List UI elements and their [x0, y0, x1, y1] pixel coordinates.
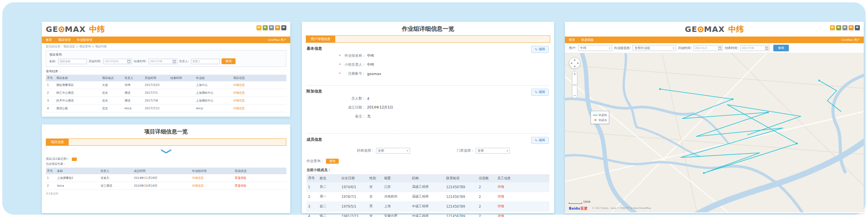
progress-link[interactable]: 查看报告	[234, 174, 286, 182]
instrument-icon	[263, 25, 268, 30]
pan-left-icon[interactable]: ◀	[570, 62, 572, 64]
column-header: 姓名	[318, 174, 340, 182]
projects-panel: GEMAX 中纬 首页项目管理作业组管理 GeoMax 用户 您当前位置：项目信…	[42, 22, 290, 117]
filter-label: 门类选择：	[457, 148, 474, 153]
nav-item[interactable]: 轨迹回放	[581, 38, 594, 42]
field-row: *注册账号：geomax	[338, 69, 549, 78]
edit-basic-button[interactable]: ✎编辑	[531, 46, 549, 53]
table-cell: 钱二	[318, 212, 340, 217]
members-section: 成员信息 ✎编辑 职称选择： 全部▾ 门类选择： 全部▾ 作业查询： 查询 当前…	[307, 134, 549, 217]
column-header: 仪器数	[477, 174, 496, 182]
column-header: 作业组	[195, 75, 232, 81]
pan-down-icon[interactable]: ▼	[574, 65, 576, 68]
table-cell: 测试	[123, 97, 144, 105]
progress-link[interactable]: 查看报告	[234, 182, 286, 190]
field-label: 总人数：	[341, 96, 366, 101]
pencil-icon: ✎	[535, 47, 537, 51]
member-detail-link[interactable]: 详情	[496, 212, 549, 217]
category-select[interactable]: 全部▾	[476, 148, 510, 154]
table-row: 1上海测量组1张某凡2014年11月29日详细信息查看报告	[46, 174, 286, 182]
column-header: 项目地点	[101, 75, 123, 81]
nav-item[interactable]: 首页	[569, 38, 575, 42]
main-nav: 首页轨迹回放 GeoMax 用户	[565, 37, 864, 43]
edit-extra-button[interactable]: ✎编辑	[531, 89, 549, 96]
records-note: 项目(共2条记录)：	[42, 156, 290, 161]
field-value: 中纬	[367, 53, 374, 58]
table-cell: 1978/7/1	[340, 192, 368, 202]
nav-item[interactable]: 项目管理	[58, 38, 71, 42]
pan-up-icon[interactable]: ▲	[574, 58, 576, 61]
detail-link[interactable]: 详细信息	[191, 182, 234, 190]
detail-link[interactable]: 详细信息	[232, 89, 286, 97]
zoom-in-button[interactable]: +	[573, 72, 576, 76]
nav-user[interactable]: GeoMax 用户	[841, 38, 860, 42]
add-icon[interactable]	[72, 158, 77, 161]
field-label: 作业组名称：	[341, 53, 366, 58]
sections: 基本信息 ✎编辑 *作业组名称：中纬 *小组负责人：中纬 *注册账号：geoma…	[302, 43, 554, 217]
geomax-logo: GEMAX 中纬	[685, 24, 744, 35]
member-query-button[interactable]: 查询	[326, 159, 339, 164]
nav-item[interactable]: 作业组管理	[77, 38, 92, 42]
end-date-input[interactable]: 2017/7/8	[149, 59, 177, 64]
column-header: 联系电话	[445, 174, 477, 182]
detail-link[interactable]: 详细信息	[232, 81, 286, 89]
track-query-button[interactable]: 查询	[773, 45, 789, 51]
table-cell: 1974/6/1	[340, 182, 368, 192]
table-cell: 中级工程师	[411, 202, 445, 212]
table-header-row: 序号姓名出生日期性别籍贯职称联系电话仪器数员工信息	[307, 174, 549, 182]
instrument-icon	[849, 25, 854, 30]
table-cell: 4	[46, 105, 55, 112]
main-nav: 首页项目管理作业组管理 GeoMax 用户	[42, 37, 290, 43]
column-header: 籍贯	[383, 174, 411, 182]
table-header-row: 序号名称负责人成立时间作业组详情完成状况	[46, 168, 286, 174]
detail-link[interactable]: 详细信息	[232, 105, 286, 112]
project-name-input[interactable]: 项目名称	[58, 59, 87, 64]
nav-item[interactable]: 首页	[46, 38, 52, 42]
search-button[interactable]: 查询	[222, 58, 236, 64]
record-count: 共2条记录	[42, 190, 290, 198]
table-cell: 1	[46, 174, 56, 182]
calendar-icon[interactable]	[765, 47, 768, 50]
tab-project-info[interactable]: 项目信息	[46, 139, 69, 145]
nav-user[interactable]: GeoMax 用户	[268, 38, 286, 42]
input-value: 2017/3/22	[105, 60, 119, 63]
expand-control[interactable]	[42, 146, 290, 156]
calendar-icon[interactable]	[718, 47, 721, 50]
detail-link[interactable]: 详细信息	[232, 97, 286, 105]
pan-right-icon[interactable]: ▶	[577, 62, 579, 64]
members-table: 序号姓名出生日期性别籍贯职称联系电话仪器数员工信息 1孙二1974/6/1女江苏…	[307, 174, 549, 217]
field-row: 成立日期：2014年12月1日	[338, 103, 549, 112]
detail-link[interactable]: 详细信息	[191, 174, 234, 182]
map-canvas[interactable]: ▲ ▼ ◀ ▶ + − 轨迹线 轨迹点 500米 Baidu百度 © 2017 …	[565, 53, 864, 212]
map-pan-control[interactable]: ▲ ▼ ◀ ▶	[569, 57, 580, 69]
calendar-icon[interactable]	[127, 60, 130, 63]
map-zoom-control[interactable]: + −	[572, 71, 577, 98]
leader-input[interactable]: 负责人	[191, 59, 220, 64]
edit-members-button[interactable]: ✎编辑	[531, 137, 549, 144]
group-select[interactable]: 全部作业组▾	[632, 45, 676, 51]
table-cell: 上海	[383, 202, 411, 212]
field-value: 中纬	[367, 62, 374, 67]
column-header: 负责人	[123, 75, 144, 81]
member-detail-link[interactable]: 详情	[496, 182, 549, 192]
member-detail-link[interactable]: 详情	[496, 202, 549, 212]
table-cell: 2014年11月29日	[133, 174, 191, 182]
member-query-row: 作业查询： 查询	[307, 157, 549, 166]
column-header: 出生日期	[340, 174, 368, 182]
column-header: 名称	[56, 168, 99, 174]
table-cell: 上海中心	[195, 81, 232, 89]
end-date-input[interactable]: 2017/7/8	[740, 46, 770, 51]
table-cell: leica	[123, 105, 144, 112]
user-select[interactable]: 中纬▾	[578, 45, 612, 51]
start-date-input[interactable]: 2017/3/22	[103, 59, 132, 64]
field-value: 4	[367, 97, 369, 101]
title-select[interactable]: 全部▾	[376, 148, 410, 154]
calendar-icon[interactable]	[173, 60, 176, 63]
zoom-slider[interactable]	[573, 84, 577, 86]
member-detail-link[interactable]: 详情	[496, 192, 549, 202]
chevron-down-icon: ▾	[407, 149, 408, 152]
zoom-out-button[interactable]: −	[573, 94, 576, 97]
tab-user-detail[interactable]: 用户详细信息	[306, 36, 335, 42]
member-filters: 职称选择： 全部▾ 门类选择： 全部▾	[307, 142, 549, 157]
start-date-input[interactable]: 2017/1/1	[693, 46, 723, 51]
